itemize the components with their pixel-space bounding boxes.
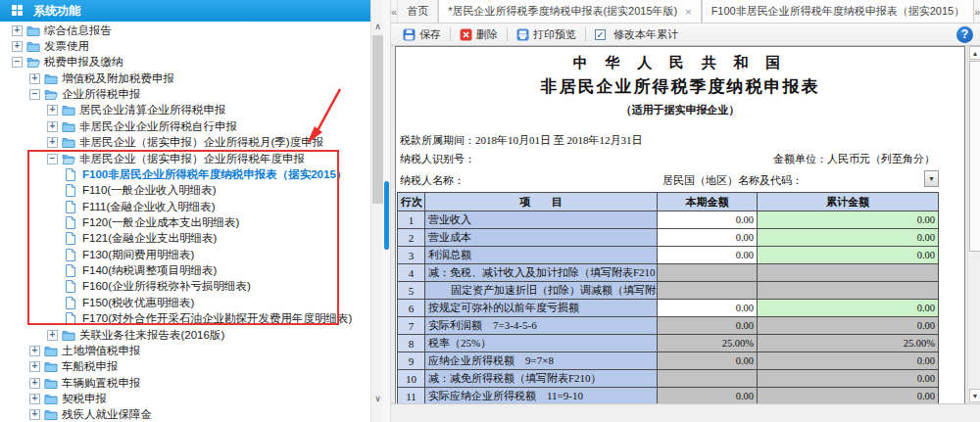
current-amount-cell[interactable]: 0.00 <box>658 247 758 264</box>
modify-cumulative-checkbox[interactable]: ✓ 修改本年累计 <box>590 25 683 44</box>
document-icon <box>65 216 78 229</box>
tree-item[interactable]: − 非居民企业（据实申报）企业所得税年度申报 <box>0 151 370 166</box>
current-amount-cell[interactable]: 0.00 <box>658 229 758 247</box>
tree-expander-icon[interactable]: − <box>29 89 40 100</box>
tree-expander-icon[interactable]: + <box>47 330 58 341</box>
col-header-item: 项 目 <box>425 193 658 211</box>
cumulative-amount-cell[interactable]: 0.00 <box>758 247 939 264</box>
tree-item-label: F110(一般企业收入明细表) <box>82 183 217 198</box>
row-item-label: 营业收入 <box>425 211 658 229</box>
tree-item[interactable]: + 发票使用 <box>0 38 370 54</box>
cumulative-amount-cell: 25.00% <box>758 335 939 352</box>
outer-scrollbar-thumb[interactable] <box>384 181 389 250</box>
tree-item[interactable]: − 企业所得税申报 <box>0 86 370 102</box>
form-scrollbar-thumb[interactable] <box>969 61 980 252</box>
print-preview-button[interactable]: 打印预览 <box>512 25 581 44</box>
printer-icon <box>516 28 529 41</box>
cumulative-amount-cell[interactable]: 0.00 <box>758 229 939 247</box>
tree-expander-icon[interactable]: − <box>47 154 58 164</box>
table-row: 4 减：免税、减计收入及加计扣除（填写附表F210） <box>398 264 939 282</box>
tree-expander-icon[interactable]: + <box>12 41 23 52</box>
tree-item[interactable]: + 土地增值税申报 <box>0 343 370 358</box>
delete-icon <box>460 28 472 41</box>
tree-item[interactable]: + 车船税申报 <box>0 359 370 375</box>
tree-item[interactable]: + 契税申报 <box>0 391 370 406</box>
tabs-scroll-right-icon[interactable]: » <box>974 0 980 23</box>
checkbox-check-icon[interactable]: ✓ <box>595 29 606 40</box>
tax-period-value: 2018年10月01日 至 2018年12月31日 <box>475 134 643 146</box>
tree-item[interactable]: + 增值税及附加税费申报 <box>0 70 370 86</box>
tab-home[interactable]: 首页 <box>397 0 438 23</box>
form-scroll-down-icon[interactable]: ▼ <box>969 389 980 402</box>
sidebar: 系统功能 + 综合信息报告 + 发票使用 − 税费申报及缴纳 + 增值税及附加税… <box>0 0 370 422</box>
tree-expander-icon[interactable]: + <box>29 378 40 389</box>
row-item-label: 营业成本 <box>425 229 658 247</box>
delete-button[interactable]: 删除 <box>455 25 503 44</box>
document-icon <box>65 232 78 245</box>
document-icon <box>65 312 78 325</box>
folder-closed-icon <box>62 329 75 342</box>
tab-quarterly-return[interactable]: *居民企业所得税季度纳税申报表(据实2015年版) × <box>438 0 702 23</box>
tree-item[interactable]: + 非居民企业（据实申报）企业所得税月(季)度申报 <box>0 135 370 151</box>
tree-item-label: 非居民企业（据实申报）企业所得税月(季)度申报 <box>79 135 323 150</box>
tab-close-icon[interactable]: × <box>685 6 691 18</box>
cumulative-amount-cell[interactable]: 0.00 <box>758 211 939 229</box>
tree-item-label: F121(金融企业支出明细表) <box>82 231 217 246</box>
tree-expander-icon[interactable]: + <box>29 409 40 420</box>
tree-expander-icon[interactable]: + <box>47 121 58 132</box>
tree-item[interactable]: F160(企业所得税弥补亏损明细表) <box>0 279 370 295</box>
tree-expander-icon[interactable]: + <box>12 25 23 36</box>
row-number: 6 <box>398 300 425 317</box>
tree-expander-icon[interactable]: + <box>29 361 40 372</box>
tree-item[interactable]: F120(一般企业成本支出明细表) <box>0 214 370 230</box>
sidebar-scrollbar[interactable]: ∧ ∨ <box>370 0 383 422</box>
tree-expander-icon[interactable]: + <box>29 346 40 356</box>
tab-bar: « 首页 *居民企业所得税季度纳税申报表(据实2015年版) × F100非居民… <box>391 0 980 23</box>
tree-expander-icon[interactable]: + <box>29 394 40 404</box>
form-scrollbar[interactable]: ▲ ▼ <box>967 46 980 403</box>
table-row: 1 营业收入 0.00 0.00 <box>398 211 939 229</box>
tree-expander-icon[interactable]: + <box>47 137 58 148</box>
tree-item[interactable]: + 车辆购置税申报 <box>0 375 370 391</box>
tree-expander-icon[interactable]: + <box>47 105 58 116</box>
scrollbar-thumb[interactable] <box>372 35 383 204</box>
tree-item[interactable]: − 税费申报及缴纳 <box>0 55 370 70</box>
current-amount-cell[interactable]: 0.00 <box>658 211 758 229</box>
folder-closed-icon <box>62 136 75 149</box>
outer-scrollbar[interactable] <box>383 0 390 422</box>
horizontal-scrollbar-track[interactable] <box>391 403 980 422</box>
cumulative-amount-cell[interactable]: 0.00 <box>758 300 939 317</box>
tree-expander-icon[interactable]: − <box>12 57 23 68</box>
tree-item[interactable]: + 综合信息报告 <box>0 23 370 38</box>
table-row: 7 实际利润额 7=3-4-5-6 0.00 0.00 <box>398 317 939 335</box>
tree-item[interactable]: F130(期间费用明细表) <box>0 247 370 262</box>
tree-item[interactable]: + 居民企业清算企业所得税申报 <box>0 103 370 118</box>
tree-item[interactable]: F150(税收优惠明细表) <box>0 295 370 310</box>
save-button[interactable]: 保存 <box>398 25 446 44</box>
tree-item-label: 非居民企业（据实申报）企业所得税年度申报 <box>79 152 305 166</box>
folder-closed-icon <box>44 345 58 357</box>
tab-annual-return-f100[interactable]: F100非居民企业所得税年度纳税申报表（据实2015） <box>702 0 975 23</box>
row-item-label: 实际利润额 7=3-4-5-6 <box>425 317 658 335</box>
tree-item[interactable]: F111(金融企业收入明细表) <box>0 199 370 214</box>
tree-item[interactable]: F140(纳税调整项目明细表) <box>0 262 370 278</box>
current-amount-cell[interactable]: 0.00 <box>658 300 758 317</box>
table-row: 9 应纳企业所得税额 9=7×8 0.00 0.00 <box>398 352 939 370</box>
resident-country-dropdown[interactable]: ▼ <box>924 170 939 187</box>
tree-item[interactable]: F100非居民企业所得税年度纳税申报表（据实2015） <box>0 166 370 182</box>
save-label: 保存 <box>419 27 441 42</box>
form-scroll-up-icon[interactable]: ▲ <box>969 46 980 60</box>
tree-item[interactable]: + 残疾人就业保障金 <box>0 407 370 422</box>
form-content-area: 中 华 人 民 共 和 国 非居民企业所得税季度纳税申报表 （适用于据实申报企业… <box>391 46 980 403</box>
tree-expander-icon[interactable]: + <box>29 73 40 84</box>
tree-item-label: 税费申报及缴纳 <box>44 55 123 70</box>
tree-item[interactable]: + 关联业务往来报告表(2016版) <box>0 327 370 343</box>
tree-item[interactable]: + 非居民企业企业所得税自行申报 <box>0 118 370 134</box>
row-number: 7 <box>398 317 425 335</box>
sidebar-tree: + 综合信息报告 + 发票使用 − 税费申报及缴纳 + 增值税及附加税费申报 − <box>0 22 370 422</box>
tree-item[interactable]: F110(一般企业收入明细表) <box>0 183 370 199</box>
help-button[interactable]: ? <box>956 26 973 43</box>
tree-item[interactable]: F121(金融企业支出明细表) <box>0 231 370 247</box>
tree-item[interactable]: F170(对外合作开采石油企业勘探开发费用年度明细表) <box>0 310 370 326</box>
sidebar-header: 系统功能 <box>0 0 370 22</box>
